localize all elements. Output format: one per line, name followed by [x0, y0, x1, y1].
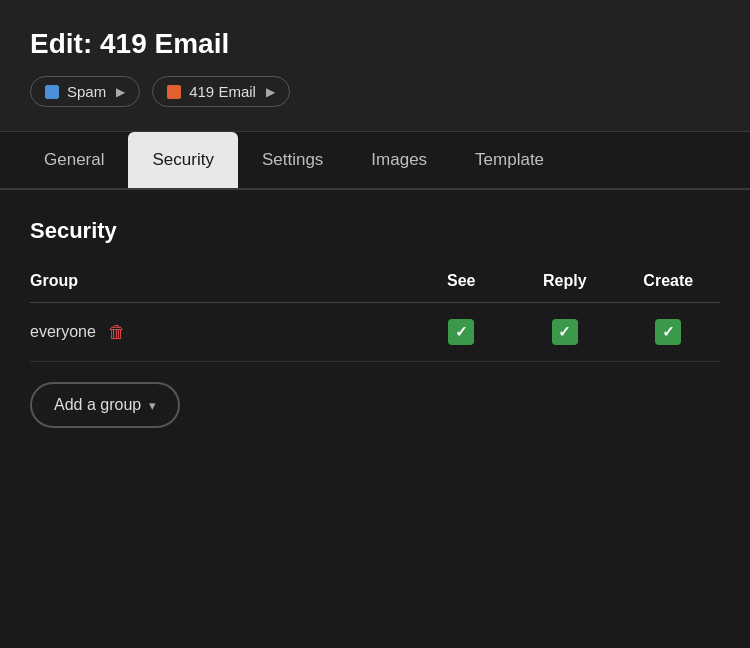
create-checkbox[interactable]: ✓ — [655, 319, 681, 345]
col-header-see: See — [410, 264, 514, 303]
security-table: Group See Reply Create everyone 🗑 ✓ ✓ — [30, 264, 720, 362]
see-cell: ✓ — [410, 303, 514, 362]
tab-security[interactable]: Security — [128, 132, 237, 188]
col-header-group: Group — [30, 264, 410, 303]
table-row: everyone 🗑 ✓ ✓ ✓ — [30, 303, 720, 362]
group-name: everyone — [30, 323, 96, 341]
reply-checkbox[interactable]: ✓ — [552, 319, 578, 345]
create-cell: ✓ — [617, 303, 721, 362]
breadcrumb-spam-label: Spam — [67, 83, 106, 100]
breadcrumb-spam[interactable]: Spam ▶ — [30, 76, 140, 107]
delete-group-button[interactable]: 🗑 — [108, 322, 126, 343]
col-header-reply: Reply — [513, 264, 617, 303]
tab-template[interactable]: Template — [451, 132, 568, 188]
see-checkbox[interactable]: ✓ — [448, 319, 474, 345]
add-group-label: Add a group — [54, 396, 141, 414]
content-area: Security Group See Reply Create everyone… — [0, 190, 750, 456]
tab-bar: General Security Settings Images Templat… — [0, 132, 750, 190]
security-section-title: Security — [30, 218, 720, 244]
add-group-dropdown-arrow: ▾ — [149, 398, 156, 413]
group-cell: everyone 🗑 — [30, 303, 410, 362]
spam-icon — [45, 85, 59, 99]
tab-general[interactable]: General — [20, 132, 128, 188]
419-icon — [167, 85, 181, 99]
col-header-create: Create — [617, 264, 721, 303]
breadcrumb-419email-label: 419 Email — [189, 83, 256, 100]
add-group-button[interactable]: Add a group ▾ — [30, 382, 180, 428]
breadcrumb-spam-arrow: ▶ — [116, 85, 125, 99]
tab-settings[interactable]: Settings — [238, 132, 347, 188]
breadcrumb-bar: Spam ▶ 419 Email ▶ — [30, 76, 720, 107]
tab-images[interactable]: Images — [347, 132, 451, 188]
header: Edit: 419 Email Spam ▶ 419 Email ▶ — [0, 0, 750, 132]
page-title: Edit: 419 Email — [30, 28, 720, 60]
breadcrumb-419email[interactable]: 419 Email ▶ — [152, 76, 290, 107]
breadcrumb-419email-arrow: ▶ — [266, 85, 275, 99]
reply-cell: ✓ — [513, 303, 617, 362]
